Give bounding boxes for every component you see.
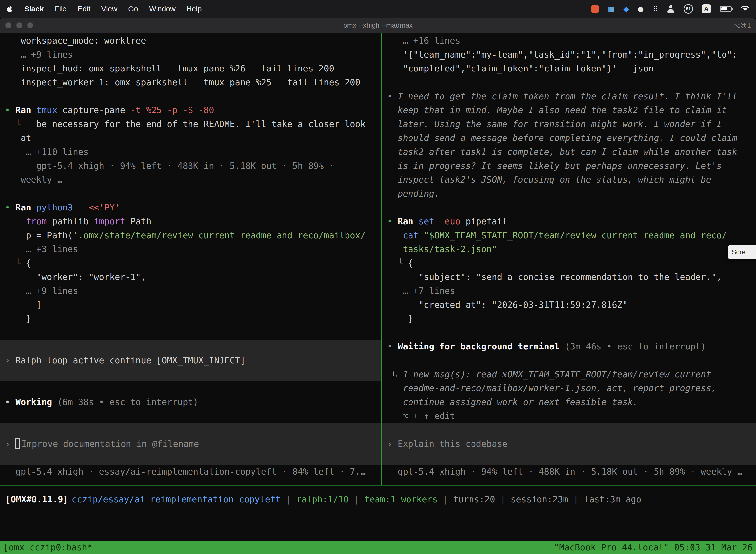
terminal-line: "created_at": "2026-03-31T11:59:27.816Z"	[387, 298, 756, 312]
terminal-line: • Waiting for background terminal (3m 46…	[387, 340, 756, 353]
terminal-line: └ {	[387, 256, 756, 270]
hud-separator: |	[495, 494, 511, 504]
menu-window[interactable]: Window	[149, 5, 176, 13]
terminal-line: • I need to get the claim token from the…	[387, 89, 756, 103]
raycast-icon[interactable]: ◆	[624, 5, 629, 13]
terminal-line	[0, 340, 381, 353]
prompt-input[interactable]: › Explain this codebase	[382, 437, 756, 451]
battery-icon[interactable]	[720, 6, 732, 12]
minimize-button[interactable]	[16, 22, 22, 28]
terminal-line: gpt-5.4 xhigh · 94% left · 488K in · 5.1…	[5, 159, 381, 173]
terminal-line: "completed","claim_token":"claim-token"}…	[387, 62, 756, 75]
terminal-line: weekly …	[5, 173, 381, 187]
hud-separator: |	[349, 494, 364, 504]
terminal-line	[387, 201, 756, 214]
apple-menu-icon[interactable]	[7, 5, 13, 13]
terminal-line: gpt-5.4 xhigh · essay/ai-reimplementatio…	[5, 465, 381, 479]
terminal-line: readme-and-reco/mailbox/worker-1.json, a…	[387, 381, 756, 395]
terminal-line: • Ran python3 - <<'PY'	[5, 201, 381, 214]
menu-edit[interactable]: Edit	[78, 5, 90, 13]
terminal-line	[382, 451, 756, 465]
close-button[interactable]	[5, 22, 11, 28]
hud-branch-path: cczip/essay/ai-reimplementation-copyleft	[72, 494, 281, 504]
terminal-line: "worker": "worker-1",	[5, 270, 381, 284]
terminal-line: … +9 lines	[5, 284, 381, 298]
menu-file[interactable]: File	[55, 5, 66, 13]
hud-separator: |	[568, 494, 584, 504]
terminal-line: ↳ 1 new msg(s): read $OMX_TEAM_STATE_ROO…	[387, 367, 756, 381]
terminal-line: … +3 lines	[5, 242, 381, 256]
terminal-line: }	[387, 312, 756, 326]
app-circle-icon[interactable]: ●	[638, 5, 644, 13]
menu-help[interactable]: Help	[187, 5, 202, 13]
terminal-line: • Ran set -euo pipefail	[387, 214, 756, 228]
terminal-line: '{"team_name":"my-team","task_id":"1","f…	[387, 48, 756, 62]
wifi-icon[interactable]	[741, 5, 749, 13]
terminal-line: }	[5, 312, 381, 326]
zoom-button[interactable]	[27, 22, 33, 28]
right-pane: … +16 lines '{"team_name":"my-team","tas…	[382, 33, 756, 485]
hud-turns: turns:20	[453, 494, 495, 504]
battery-percent-badge[interactable]: 61	[684, 4, 693, 14]
terminal-line: ⌥ + ↑ edit	[387, 409, 756, 423]
terminal-line: … +110 lines	[5, 145, 381, 159]
menu-view[interactable]: View	[101, 5, 117, 13]
omx-version: [OMX#0.11.9]	[5, 494, 68, 504]
terminal-line: … +9 lines	[5, 48, 381, 62]
app-menu-slack[interactable]: Slack	[24, 5, 44, 13]
terminal-line: • Ran tmux capture-pane -t %25 -p -S -80	[5, 103, 381, 117]
terminal-line	[387, 75, 756, 89]
tmux-host-time: "MacBook-Pro-44.local" 05:03 31-Mar-26	[554, 542, 753, 552]
injected-prompt[interactable]: › Ralph loop active continue [OMX_TMUX_I…	[0, 353, 381, 367]
tmux-session-window: [omx-cczip0:bash*	[3, 542, 92, 552]
terminal-line	[0, 423, 381, 437]
tmux-status-bar: [omx-cczip0:bash* "MacBook-Pro-44.local"…	[0, 541, 756, 554]
input-source-icon[interactable]: A	[702, 4, 711, 13]
terminal-line: task2 after task1 is complete, but can I…	[387, 145, 756, 159]
terminal-line: "subject": "send a concise recommendatio…	[387, 270, 756, 284]
terminal-line	[387, 326, 756, 340]
terminal-line: later. Using the same for transition mig…	[387, 117, 756, 131]
text-cursor	[15, 438, 20, 448]
window-title: omx --xhigh --madmax	[0, 21, 756, 29]
terminal-line: tasks/task-2.json"	[387, 242, 756, 256]
terminal-line: p = Path('.omx/state/team/review-current…	[5, 228, 381, 242]
terminal-line	[5, 187, 381, 201]
terminal-line	[382, 423, 756, 437]
terminal-line: from pathlib import Path	[5, 214, 381, 228]
hud-session: session:23m	[511, 494, 568, 504]
terminal-content: workspace_mode: worktree … +9 lines insp…	[0, 33, 756, 485]
terminal-line: workspace_mode: worktree	[5, 34, 381, 48]
password-manager-icon[interactable]	[667, 5, 675, 13]
hud-last-activity: last:3m ago	[584, 494, 641, 504]
terminal-line: ]	[5, 298, 381, 312]
terminal-line: inspect task2's JSON, focusing on the st…	[387, 173, 756, 187]
terminal-line	[0, 451, 381, 465]
screenshot-thumbnail[interactable]: Scre	[728, 245, 756, 259]
terminal-line: pending.	[387, 187, 756, 201]
menu-go[interactable]: Go	[128, 5, 138, 13]
terminal-line	[5, 409, 381, 423]
hud-ralph: ralph:1/10	[296, 494, 349, 504]
window-titlebar[interactable]: omx --xhigh --madmax ⌥⌘1	[0, 18, 756, 33]
terminal-line	[5, 326, 381, 340]
menu-bar: Slack File Edit View Go Window Help ▦ ◆ …	[0, 0, 756, 18]
window-shortcut: ⌥⌘1	[733, 21, 751, 29]
terminal-line: … +7 lines	[387, 284, 756, 298]
terminal-line: cat "$OMX_TEAM_STATE_ROOT/team/review-cu…	[387, 228, 756, 242]
terminal-line: • Working (6m 38s • esc to interrupt)	[5, 395, 381, 409]
terminal-line: inspect_worker-1: omx sparkshell --tmux-…	[5, 75, 381, 89]
terminal-line: inspect_hud: omx sparkshell --tmux-pane …	[5, 62, 381, 75]
dots-grid-icon[interactable]: ⠿	[652, 5, 658, 13]
prompt-input[interactable]: › Improve documentation in @filename	[0, 437, 381, 451]
terminal-line	[5, 381, 381, 395]
terminal-line: should send a message before completing …	[387, 131, 756, 145]
terminal-line	[5, 89, 381, 103]
terminal-line	[387, 353, 756, 367]
terminal-line: keep that in mind. Maybe I also need the…	[387, 103, 756, 117]
left-pane: workspace_mode: worktree … +9 lines insp…	[0, 33, 381, 485]
omx-status-line: [OMX#0.11.9]cczip/essay/ai-reimplementat…	[5, 492, 756, 506]
screen-recording-indicator-icon[interactable]	[591, 5, 599, 13]
keyboard-icon[interactable]: ▦	[608, 5, 614, 13]
terminal-line: └ {	[5, 256, 381, 270]
